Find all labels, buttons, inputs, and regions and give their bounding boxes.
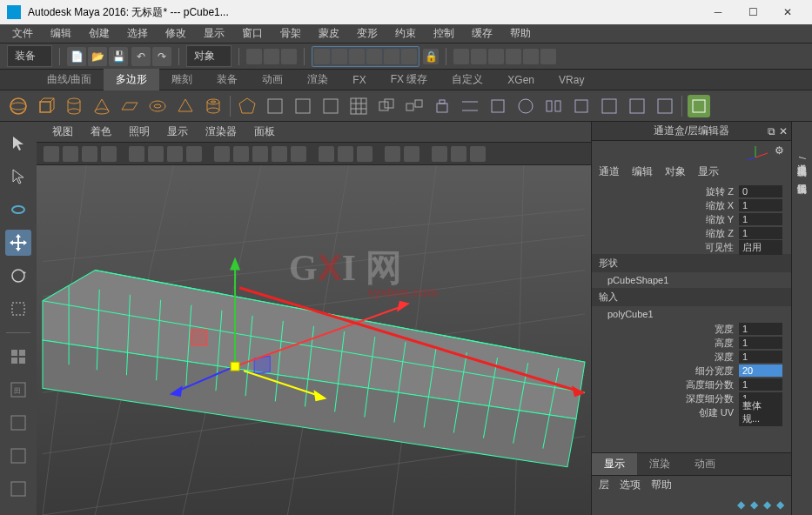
poly-cube-icon[interactable] xyxy=(35,95,57,117)
textured-icon[interactable] xyxy=(252,146,268,162)
poly-sphere-icon[interactable] xyxy=(7,95,30,117)
minimize-button[interactable]: ─ xyxy=(701,0,735,24)
selection-mode-dropdown[interactable]: 对象 xyxy=(186,45,232,67)
shelf-tab-rigging[interactable]: 装备 xyxy=(205,69,250,90)
quad-draw-icon[interactable] xyxy=(570,95,593,117)
maximize-button[interactable]: ☐ xyxy=(735,0,770,24)
shadows-icon[interactable] xyxy=(291,146,306,162)
vp-icon-2[interactable] xyxy=(451,146,466,162)
poly-plane-icon[interactable] xyxy=(118,95,141,117)
poly-pipe-icon[interactable] xyxy=(202,95,225,117)
snap-curve-icon[interactable] xyxy=(332,49,347,64)
film-gate-icon[interactable] xyxy=(148,146,164,162)
menu-control[interactable]: 控制 xyxy=(425,24,463,43)
snap-live-icon[interactable] xyxy=(384,49,399,64)
paint-select-tool[interactable] xyxy=(5,197,31,223)
hypershade-icon[interactable] xyxy=(540,49,556,64)
wireframe-icon[interactable] xyxy=(214,146,230,162)
channels-menu[interactable]: 通道 xyxy=(599,164,620,179)
shelf-tab-fxcache[interactable]: FX 缓存 xyxy=(379,69,440,90)
poly-pyramid-icon[interactable] xyxy=(174,95,197,117)
poly-torus-icon[interactable] xyxy=(146,95,169,117)
grid-toggle-icon[interactable] xyxy=(129,146,144,162)
gamma-icon[interactable] xyxy=(404,146,419,162)
rotate-tool[interactable] xyxy=(5,263,31,289)
viewport[interactable]: GXI 网system.com xyxy=(37,165,591,515)
poly-cone-icon[interactable] xyxy=(91,95,113,117)
gate-mask-icon[interactable] xyxy=(186,146,202,162)
last-tool[interactable] xyxy=(5,344,31,370)
xray-icon[interactable] xyxy=(338,146,353,162)
ipr-render-icon[interactable] xyxy=(471,49,487,64)
combine-icon[interactable] xyxy=(375,95,398,117)
shelf-tab-custom[interactable]: 自定义 xyxy=(440,69,495,90)
shelf-tab-sculpt[interactable]: 雕刻 xyxy=(159,69,205,90)
tab-render[interactable]: 渲染 xyxy=(637,453,682,475)
workspace-dropdown[interactable]: 装备 xyxy=(7,45,52,67)
poly-svg-icon[interactable] xyxy=(292,95,314,117)
image-plane-icon[interactable] xyxy=(101,146,117,162)
bridge-icon[interactable] xyxy=(459,95,481,117)
menu-skin[interactable]: 蒙皮 xyxy=(310,24,348,43)
outliner-icon[interactable] xyxy=(523,49,539,64)
poly-type-icon[interactable] xyxy=(264,95,286,117)
snap-point-icon[interactable] xyxy=(349,49,365,64)
layout-single-icon[interactable]: 田 xyxy=(5,377,31,403)
undo-icon[interactable]: ↶ xyxy=(131,47,151,66)
shape-name[interactable]: pCubeShape1 xyxy=(592,272,791,288)
layout-four-icon[interactable] xyxy=(5,410,31,436)
help-menu[interactable]: 帮助 xyxy=(651,478,672,492)
menu-skeleton[interactable]: 骨架 xyxy=(272,24,310,43)
xray-joints-icon[interactable] xyxy=(357,146,372,162)
bookmark-icon[interactable] xyxy=(82,146,97,162)
target-weld-icon[interactable] xyxy=(626,95,648,117)
shelf-tab-polygons[interactable]: 多边形 xyxy=(104,69,159,90)
layer-new-icon[interactable]: ◆ xyxy=(737,498,745,511)
menu-help[interactable]: 帮助 xyxy=(501,24,540,43)
snap-grid-icon[interactable] xyxy=(314,49,330,64)
panel-undock-icon[interactable]: ⧉ xyxy=(768,125,775,137)
extrude-icon[interactable] xyxy=(431,95,453,117)
save-scene-icon[interactable]: 💾 xyxy=(109,47,128,66)
select-by-object-icon[interactable] xyxy=(264,49,279,64)
snap-view-icon[interactable] xyxy=(401,49,417,64)
show-menu[interactable]: 显示 xyxy=(698,164,719,179)
grid-icon[interactable] xyxy=(347,95,370,117)
menu-create[interactable]: 创建 xyxy=(80,24,118,43)
redo-icon[interactable]: ↷ xyxy=(152,47,171,66)
move-tool[interactable] xyxy=(5,230,31,256)
isolate-icon[interactable] xyxy=(319,146,334,162)
menu-window[interactable]: 窗口 xyxy=(233,24,272,43)
show-menu[interactable]: 显示 xyxy=(158,123,197,141)
menu-cache[interactable]: 缓存 xyxy=(463,24,501,43)
options-menu[interactable]: 选项 xyxy=(620,478,641,492)
layer-add-icon[interactable]: ◆ xyxy=(750,498,758,511)
object-menu[interactable]: 对象 xyxy=(665,164,686,179)
exposure-icon[interactable] xyxy=(385,146,400,162)
panel-close-icon[interactable]: ✕ xyxy=(779,125,788,137)
select-by-hierarchy-icon[interactable] xyxy=(246,49,262,64)
smooth-icon[interactable] xyxy=(514,95,537,117)
panels-menu[interactable]: 面板 xyxy=(245,123,284,141)
vtab-attribute-editor[interactable]: 属性编辑器 xyxy=(794,168,810,185)
menu-display[interactable]: 显示 xyxy=(195,24,233,43)
make-live-icon[interactable]: 🔒 xyxy=(423,49,439,64)
layout-icon-2[interactable] xyxy=(5,476,31,502)
smooth-shade-icon[interactable] xyxy=(233,146,249,162)
tab-display[interactable]: 显示 xyxy=(592,453,637,475)
use-lights-icon[interactable] xyxy=(272,146,287,162)
connect-icon[interactable] xyxy=(654,95,676,117)
vp-icon-3[interactable] xyxy=(470,146,486,162)
select-camera-icon[interactable] xyxy=(44,146,59,162)
snap-plane-icon[interactable] xyxy=(366,49,382,64)
mirror-icon[interactable] xyxy=(542,95,565,117)
vtab-channelbox[interactable]: 通道盒/层编辑器 xyxy=(794,148,810,168)
poly-helix-icon[interactable] xyxy=(319,95,342,117)
menu-file[interactable]: 文件 xyxy=(3,24,42,43)
resolution-gate-icon[interactable] xyxy=(167,146,183,162)
platonic-icon[interactable] xyxy=(236,95,258,117)
layer-del-icon[interactable]: ◆ xyxy=(763,498,771,511)
menu-edit[interactable]: 编辑 xyxy=(42,24,80,43)
layout-icon[interactable] xyxy=(5,443,31,469)
sculpt-icon[interactable] xyxy=(688,95,710,117)
